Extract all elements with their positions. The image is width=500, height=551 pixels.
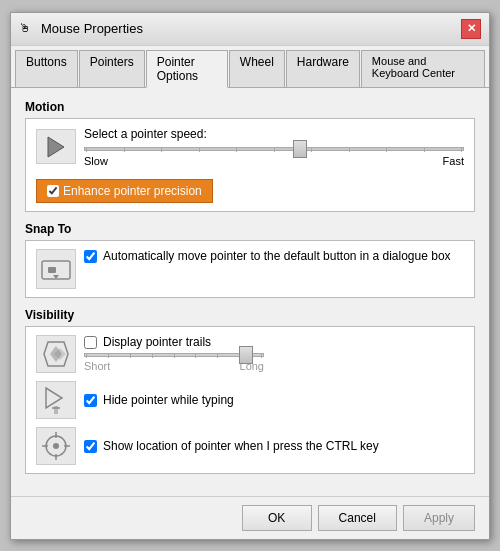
trails-track <box>84 353 264 357</box>
snap-icon <box>36 249 76 289</box>
snap-to-title: Snap To <box>25 222 475 236</box>
motion-title: Motion <box>25 100 475 114</box>
tab-content: Motion Select a pointer speed: <box>11 88 489 496</box>
hide-typing-checkbox[interactable] <box>84 394 97 407</box>
show-location-checkbox[interactable] <box>84 440 97 453</box>
visibility-title: Visibility <box>25 308 475 322</box>
enhance-label: Enhance pointer precision <box>63 184 202 198</box>
trails-label: Display pointer trails <box>103 335 211 349</box>
snap-to-section: Snap To Automatically move pointer to th… <box>25 222 475 298</box>
trails-thumb[interactable] <box>239 346 253 364</box>
title-bar-left: 🖱 Mouse Properties <box>19 21 143 37</box>
title-bar: 🖱 Mouse Properties ✕ <box>11 13 489 46</box>
mouse-properties-window: 🖱 Mouse Properties ✕ Buttons Pointers Po… <box>10 12 490 540</box>
show-location-icon <box>36 427 76 465</box>
show-location-row: Show location of pointer when I press th… <box>84 439 379 453</box>
speed-row: Select a pointer speed: Slow <box>36 127 464 167</box>
snap-content: Automatically move pointer to the defaul… <box>36 249 464 289</box>
short-label: Short <box>84 360 110 372</box>
apply-button[interactable]: Apply <box>403 505 475 531</box>
snap-checkbox[interactable] <box>84 250 97 263</box>
show-location-item: Show location of pointer when I press th… <box>36 427 464 465</box>
trails-item: Display pointer trails <box>36 335 464 373</box>
motion-section: Motion Select a pointer speed: <box>25 100 475 212</box>
speed-slider-track <box>84 147 464 151</box>
speed-label: Select a pointer speed: <box>84 127 464 141</box>
trails-content: Display pointer trails <box>84 335 464 372</box>
trails-icon <box>36 335 76 373</box>
trails-labels: Short Long <box>84 360 264 372</box>
window-icon: 🖱 <box>19 21 35 37</box>
enhance-precision-button[interactable]: Enhance pointer precision <box>36 179 213 203</box>
hide-typing-row: Hide pointer while typing <box>84 393 234 407</box>
svg-marker-0 <box>48 137 64 157</box>
enhance-checkbox[interactable] <box>47 185 59 197</box>
visibility-section: Visibility Display pointer t <box>25 308 475 474</box>
tab-pointers[interactable]: Pointers <box>79 50 145 87</box>
trails-checkbox[interactable] <box>84 336 97 349</box>
hide-typing-label: Hide pointer while typing <box>103 393 234 407</box>
trails-checkbox-row: Display pointer trails <box>84 335 464 349</box>
motion-box: Select a pointer speed: Slow <box>25 118 475 212</box>
svg-point-11 <box>53 443 59 449</box>
tab-hardware[interactable]: Hardware <box>286 50 360 87</box>
tab-mouse-keyboard[interactable]: Mouse and Keyboard Center <box>361 50 485 87</box>
enhance-row: Enhance pointer precision <box>36 175 464 203</box>
tab-buttons[interactable]: Buttons <box>15 50 78 87</box>
svg-rect-2 <box>48 267 56 273</box>
tab-pointer-options[interactable]: Pointer Options <box>146 50 228 88</box>
window-title: Mouse Properties <box>41 21 143 36</box>
snap-label: Automatically move pointer to the defaul… <box>103 249 451 263</box>
svg-marker-7 <box>46 388 62 408</box>
fast-label: Fast <box>443 155 464 167</box>
svg-marker-8 <box>54 406 58 414</box>
cancel-button[interactable]: Cancel <box>318 505 397 531</box>
ok-button[interactable]: OK <box>242 505 312 531</box>
slow-label: Slow <box>84 155 108 167</box>
tick-marks <box>85 148 463 152</box>
snap-checkbox-row: Automatically move pointer to the defaul… <box>84 249 451 263</box>
tab-wheel[interactable]: Wheel <box>229 50 285 87</box>
trails-ticks <box>85 354 263 358</box>
bottom-bar: OK Cancel Apply <box>11 496 489 539</box>
visibility-box: Display pointer trails <box>25 326 475 474</box>
close-button[interactable]: ✕ <box>461 19 481 39</box>
snap-to-box: Automatically move pointer to the defaul… <box>25 240 475 298</box>
speed-slider-thumb[interactable] <box>293 140 307 158</box>
trails-slider: Short Long <box>84 353 464 372</box>
speed-labels: Slow Fast <box>84 155 464 167</box>
pointer-speed-icon <box>36 129 76 164</box>
hide-typing-icon <box>36 381 76 419</box>
tab-bar: Buttons Pointers Pointer Options Wheel H… <box>11 46 489 88</box>
show-location-label: Show location of pointer when I press th… <box>103 439 379 453</box>
speed-controls: Select a pointer speed: Slow <box>84 127 464 167</box>
hide-typing-item: Hide pointer while typing <box>36 381 464 419</box>
